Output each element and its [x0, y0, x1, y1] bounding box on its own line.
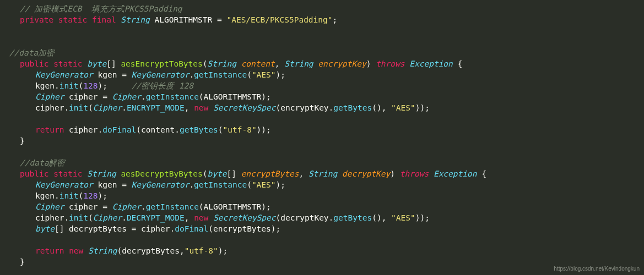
blank-line — [4, 234, 644, 245]
code-block: // 加密模式ECB 填充方式PKCS5Padding private stat… — [4, 3, 644, 267]
code-line: kgen.init(128); — [35, 190, 644, 201]
code-line-comment: //data解密 — [20, 157, 644, 168]
code-line-method: public static byte[] aesEncryptToBytes(S… — [20, 58, 644, 69]
blank-line — [4, 146, 644, 157]
code-line-method: public static String aesDecryptByBytes(b… — [20, 168, 644, 179]
code-line: private static final String ALGORITHMSTR… — [20, 14, 644, 25]
code-line: Cipher cipher = Cipher.getInstance(ALGOR… — [35, 91, 644, 102]
code-line: KeyGenerator kgen = KeyGenerator.getInst… — [35, 179, 644, 190]
code-line: Cipher cipher = Cipher.getInstance(ALGOR… — [35, 201, 644, 212]
code-line: cipher.init(Cipher.ENCRYPT_MODE, new Sec… — [35, 102, 644, 113]
watermark-text: https://blog.csdn.net/Kevindongkun — [554, 265, 640, 273]
code-line: cipher.init(Cipher.DECRYPT_MODE, new Sec… — [35, 212, 644, 223]
blank-line — [4, 36, 644, 47]
code-line: kgen.init(128); //密钥长度 128 — [35, 80, 644, 91]
code-line-comment: // 加密模式ECB 填充方式PKCS5Padding — [20, 3, 644, 14]
code-line: return cipher.doFinal(content.getBytes("… — [35, 124, 644, 135]
code-line-comment: //data加密 — [4, 47, 644, 58]
code-line: byte[] decryptBytes = cipher.doFinal(enc… — [35, 223, 644, 234]
code-line: } — [20, 135, 644, 146]
code-line: } — [20, 256, 644, 267]
code-line: return new String(decryptBytes,"utf-8"); — [35, 245, 644, 256]
code-line: KeyGenerator kgen = KeyGenerator.getInst… — [35, 69, 644, 80]
blank-line — [4, 113, 644, 124]
blank-line — [4, 25, 644, 36]
